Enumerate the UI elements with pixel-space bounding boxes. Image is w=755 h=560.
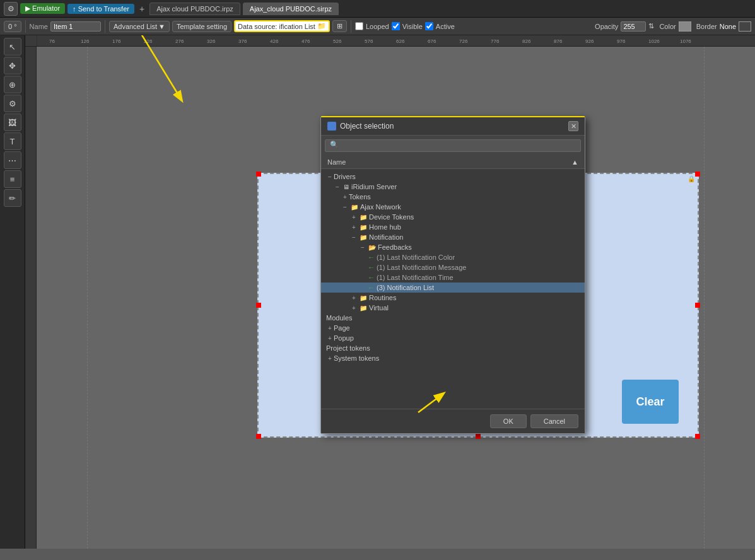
dialog-tree[interactable]: − Drivers − 🖥 iRidium Server + To: [321, 169, 585, 409]
new-tab-button[interactable]: +: [137, 4, 147, 14]
handle-bottom-left[interactable]: [256, 434, 261, 439]
virtual-toggle[interactable]: +: [350, 304, 358, 312]
tree-node-page[interactable]: + Page: [321, 323, 585, 333]
ajax-network-toggle[interactable]: −: [341, 203, 349, 211]
svg-text:176: 176: [112, 38, 121, 44]
handle-right-middle[interactable]: [695, 303, 700, 308]
drivers-toggle[interactable]: −: [326, 173, 334, 180]
tree-node-last-notif-message[interactable]: ← (1) Last Notification Message: [321, 262, 585, 272]
looped-checkbox-group: Looped: [355, 22, 389, 30]
tree-column-name: Name: [327, 158, 346, 166]
more-tool-button[interactable]: ⋯: [4, 151, 21, 169]
tree-node-project-tokens[interactable]: Project tokens: [321, 343, 585, 353]
ok-button[interactable]: OK: [490, 414, 527, 428]
dialog-title-text: Object selection: [340, 122, 394, 131]
emulator-button[interactable]: ▶ Emulator: [20, 3, 65, 14]
tokens-toggle[interactable]: +: [341, 193, 349, 201]
svg-text:776: 776: [491, 38, 500, 44]
tree-node-home-hub[interactable]: + 📁 Home hub: [321, 222, 585, 232]
routines-toggle[interactable]: +: [350, 294, 358, 301]
page-toggle[interactable]: +: [326, 324, 334, 332]
home-hub-folder-icon: 📁: [360, 224, 367, 231]
tree-node-system-tokens[interactable]: + System tokens: [321, 353, 585, 363]
dialog-title-icon: [327, 122, 336, 131]
handle-left-middle[interactable]: [256, 303, 261, 308]
cancel-button[interactable]: Cancel: [530, 414, 578, 428]
tree-node-feedbacks[interactable]: − 📂 Feedbacks: [321, 242, 585, 252]
handle-bottom-right[interactable]: [695, 434, 700, 439]
color-swatch[interactable]: [679, 21, 691, 32]
svg-text:876: 876: [554, 38, 563, 44]
tree-node-last-notif-time[interactable]: ← (1) Last Notification Time: [321, 272, 585, 283]
transfer-button[interactable]: ↑ Send to Transfer: [67, 4, 134, 14]
svg-text:976: 976: [617, 38, 626, 44]
clear-button[interactable]: Clear: [622, 380, 679, 424]
lock-icon: 🔒: [688, 175, 695, 182]
grid-view-button[interactable]: ⊞: [332, 20, 347, 32]
handle-bottom-middle[interactable]: [476, 434, 481, 439]
system-tokens-toggle[interactable]: +: [326, 354, 334, 362]
device-tokens-toggle[interactable]: +: [350, 213, 358, 221]
canvas-content: 🔒 Clear Object selection ✕: [37, 47, 755, 549]
dialog-close-button[interactable]: ✕: [568, 121, 578, 131]
gear-button[interactable]: ⚙: [4, 2, 18, 16]
main-area: ↖ ✥ ⊕ ⚙ 🖼 T ⋯ ≡ ✏ 76 126 176 226 276 326: [0, 35, 755, 549]
tab-2[interactable]: Ajax_cloud PUBDOC.sirpz: [243, 3, 339, 15]
template-setting-button[interactable]: Template setting: [172, 21, 231, 32]
handle-top-left[interactable]: [256, 172, 261, 177]
svg-text:376: 376: [238, 38, 247, 44]
tree-node-popup[interactable]: + Popup: [321, 333, 585, 343]
visible-checkbox[interactable]: [392, 22, 400, 30]
dropdown-arrow-icon: ▼: [158, 23, 165, 30]
toolbar2: 0 ° Name Advanced List ▼ Template settin…: [0, 18, 755, 35]
notification-toggle[interactable]: −: [350, 233, 358, 241]
opacity-input[interactable]: [621, 21, 646, 32]
tree-node-ajax-network[interactable]: − 📁 Ajax Network: [321, 202, 585, 212]
popup-toggle[interactable]: +: [326, 334, 334, 342]
draw-tool-button[interactable]: ✏: [4, 189, 21, 207]
border-color-swatch[interactable]: [739, 21, 751, 32]
image-tool-button[interactable]: 🖼: [4, 114, 21, 131]
active-checkbox[interactable]: [425, 22, 433, 30]
svg-text:76: 76: [49, 38, 55, 44]
tree-node-tokens[interactable]: + Tokens: [321, 192, 585, 202]
tab-1[interactable]: Ajax cloud PUBDOC.irpz: [149, 3, 240, 15]
tree-node-device-tokens[interactable]: + 📁 Device Tokens: [321, 212, 585, 222]
handle-top-right[interactable]: [695, 172, 700, 177]
tree-node-modules[interactable]: Modules: [321, 313, 585, 323]
looped-checkbox[interactable]: [355, 22, 363, 30]
tree-node-drivers[interactable]: − Drivers: [321, 172, 585, 182]
search-input[interactable]: [325, 139, 581, 152]
tree-node-virtual[interactable]: + 📁 Virtual: [321, 303, 585, 313]
feedbacks-folder-icon: 📂: [368, 244, 376, 251]
name-label: Name: [30, 23, 48, 30]
name-input[interactable]: [50, 21, 101, 32]
tree-node-iridium[interactable]: − 🖥 iRidium Server: [321, 182, 585, 192]
list-tool-button[interactable]: ≡: [4, 170, 21, 188]
settings-tool-button[interactable]: ⚙: [4, 95, 21, 112]
advanced-list-dropdown[interactable]: Advanced List ▼: [109, 21, 170, 32]
tree-node-routines[interactable]: + 📁 Routines: [321, 293, 585, 303]
datasource-field[interactable]: Data source: ification List 📁: [234, 20, 330, 32]
notif-color-arrow-icon: ←: [368, 254, 375, 261]
svg-text:276: 276: [175, 38, 184, 44]
tree-node-notification[interactable]: − 📁 Notification: [321, 232, 585, 242]
home-hub-toggle[interactable]: +: [350, 223, 358, 231]
virtual-folder-icon: 📁: [360, 305, 367, 312]
opacity-stepper-icon[interactable]: ⇅: [648, 22, 654, 30]
feedbacks-toggle[interactable]: −: [359, 243, 366, 251]
svg-text:1076: 1076: [680, 38, 691, 44]
add-tool-button[interactable]: ⊕: [4, 76, 21, 93]
tree-node-last-notif-color[interactable]: ← (1) Last Notification Color: [321, 252, 585, 262]
tree-node-notification-list[interactable]: ← (3) Notification List: [321, 283, 585, 293]
iridium-toggle[interactable]: −: [334, 183, 341, 190]
move-tool-button[interactable]: ✥: [4, 57, 21, 74]
svg-text:626: 626: [396, 38, 405, 44]
svg-text:532: 532: [25, 225, 26, 234]
select-tool-button[interactable]: ↖: [4, 38, 21, 55]
tree-sort-icon[interactable]: ▲: [571, 158, 578, 166]
svg-text:682: 682: [25, 320, 26, 329]
position-display[interactable]: 0 °: [4, 21, 21, 32]
svg-text:332: 332: [25, 99, 26, 108]
text-tool-button[interactable]: T: [4, 132, 21, 150]
